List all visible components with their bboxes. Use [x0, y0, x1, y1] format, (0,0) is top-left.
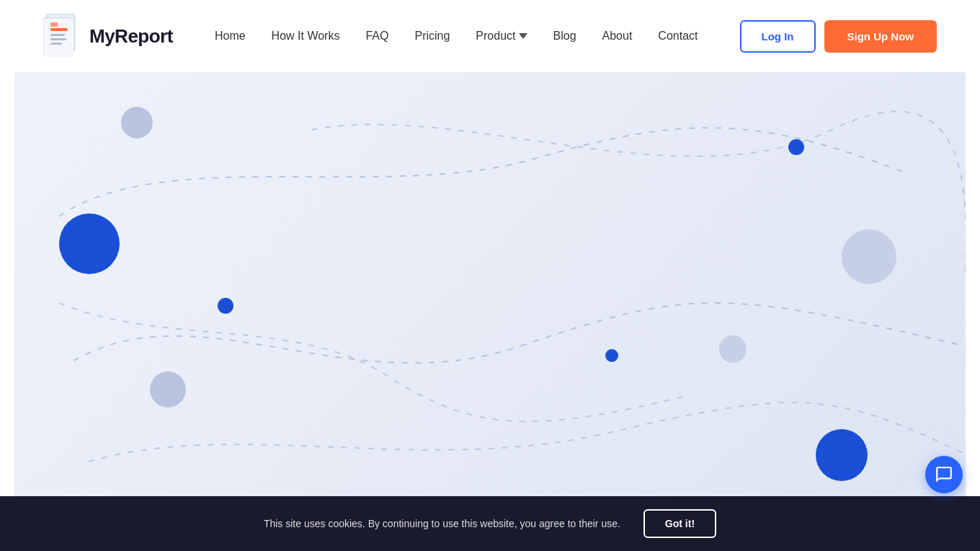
- nav-about[interactable]: About: [602, 30, 633, 42]
- chevron-down-icon: [519, 33, 527, 39]
- login-button[interactable]: Log In: [740, 20, 816, 53]
- nav-actions: Log In Sign Up Now: [740, 20, 937, 53]
- signup-button[interactable]: Sign Up Now: [824, 20, 937, 53]
- circle-small-grey-top-left: [121, 107, 153, 138]
- circle-medium-grey-center-right: [719, 335, 747, 363]
- logo-link[interactable]: MyReport: [43, 14, 173, 58]
- circle-large-dark-blue-left: [59, 213, 120, 274]
- cookie-message: This site uses cookies. By continuing to…: [264, 516, 620, 532]
- hero-section: [14, 72, 966, 534]
- navbar: MyReport Home How It Works FAQ Pricing P…: [0, 0, 980, 72]
- svg-rect-5: [50, 38, 66, 40]
- nav-links: Home How It Works FAQ Pricing Product Bl…: [215, 30, 698, 43]
- circle-small-dark-blue-center: [605, 349, 618, 362]
- circle-small-dark-blue-top-right: [788, 139, 804, 155]
- svg-rect-6: [50, 43, 62, 45]
- cookie-banner: This site uses cookies. By continuing to…: [0, 496, 980, 534]
- nav-home[interactable]: Home: [215, 30, 246, 42]
- logo-icon: [43, 14, 81, 58]
- nav-product[interactable]: Product: [476, 30, 527, 43]
- chat-bubble-button[interactable]: [925, 456, 963, 493]
- nav-pricing[interactable]: Pricing: [414, 30, 450, 42]
- svg-rect-4: [50, 34, 65, 36]
- svg-rect-7: [50, 22, 58, 27]
- circle-large-light-grey-right: [842, 229, 896, 284]
- circle-medium-grey-bottom-left: [150, 371, 186, 407]
- cookie-accept-button[interactable]: Got it!: [643, 509, 716, 534]
- circle-small-dark-blue-mid-left: [218, 298, 233, 314]
- nav-how-it-works[interactable]: How It Works: [272, 30, 340, 42]
- circle-large-dark-blue-bottom-right: [816, 429, 868, 481]
- chat-icon: [935, 465, 953, 484]
- nav-blog[interactable]: Blog: [553, 30, 576, 42]
- nav-contact[interactable]: Contact: [658, 30, 698, 42]
- nav-faq[interactable]: FAQ: [365, 30, 388, 42]
- svg-rect-3: [50, 28, 68, 31]
- logo-text: MyReport: [89, 25, 173, 48]
